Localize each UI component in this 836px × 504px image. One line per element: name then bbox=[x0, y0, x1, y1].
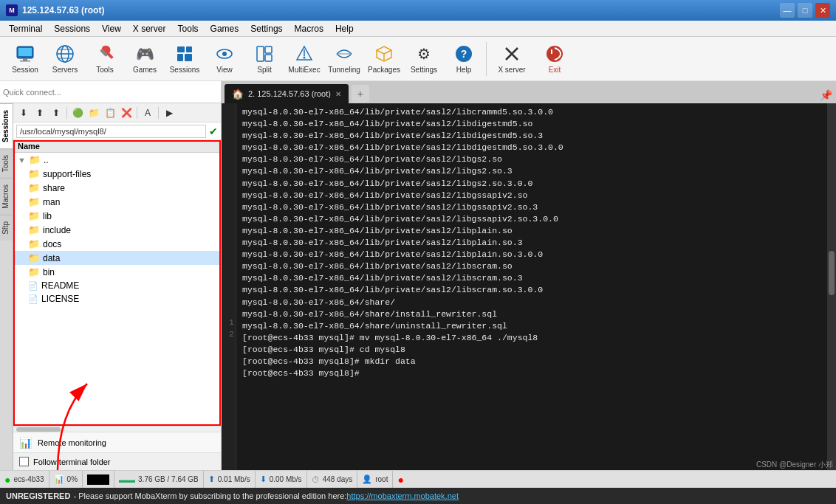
session-button[interactable]: Session bbox=[6, 39, 44, 79]
menu-xserver[interactable]: X server bbox=[127, 22, 172, 35]
folder-icon-bin: 📁 bbox=[28, 266, 40, 277]
tree-item-label: man bbox=[43, 197, 60, 207]
tree-item-label: README bbox=[41, 280, 79, 291]
view-label: View bbox=[216, 66, 233, 74]
fb-parent-btn[interactable]: ⬆ bbox=[49, 106, 64, 120]
games-button[interactable]: 🎮 Games bbox=[126, 39, 164, 79]
line-num-2: 2 bbox=[223, 328, 234, 340]
svg-rect-12 bbox=[177, 54, 183, 61]
tree-item-label-include: include bbox=[43, 225, 71, 235]
folder-icon-docs: 📁 bbox=[28, 238, 40, 249]
tree-item-bin[interactable]: 📁 bin bbox=[13, 265, 221, 279]
view-icon bbox=[214, 44, 235, 64]
fb-sep3 bbox=[158, 107, 159, 119]
multiexec-button[interactable]: MultiExec bbox=[285, 39, 323, 79]
tree-item-man[interactable]: 📁 man bbox=[13, 195, 221, 209]
add-tab-button[interactable]: + bbox=[352, 85, 369, 103]
close-button[interactable]: ✕ bbox=[815, 3, 830, 18]
fb-more-btn[interactable]: ▶ bbox=[162, 106, 177, 120]
vtab-tools[interactable]: Tools bbox=[0, 148, 13, 178]
sessions-button[interactable]: Sessions bbox=[165, 39, 204, 79]
menu-sessions[interactable]: Sessions bbox=[48, 22, 96, 35]
status-server: ● ecs-4b33 bbox=[0, 471, 49, 488]
menu-macros[interactable]: Macros bbox=[289, 22, 329, 35]
tools-icon bbox=[95, 44, 115, 64]
fb-newfolder-btn[interactable]: 📁 bbox=[86, 106, 101, 120]
tunneling-icon bbox=[334, 44, 354, 64]
fb-upload-btn[interactable]: ⬆ bbox=[32, 106, 47, 120]
vtab-sessions[interactable]: Sessions bbox=[0, 103, 13, 148]
tunneling-button[interactable]: Tunneling bbox=[325, 39, 363, 79]
bottom-link[interactable]: https://mobaxterm.mobatek.net bbox=[346, 491, 459, 500]
terminal-scrollbar[interactable] bbox=[827, 103, 836, 470]
fb-copy-btn[interactable]: 📋 bbox=[103, 106, 117, 120]
left-panel: ⬇ ⬆ ⬆ 🟢 📁 📋 ❌ A ▶ ✔ bbox=[13, 103, 222, 470]
rm-icon: 📊 bbox=[19, 437, 32, 449]
multiexec-icon bbox=[294, 44, 315, 64]
terminal-content[interactable]: mysql-8.0.30-el7-x86_64/lib/private/sasl… bbox=[236, 103, 827, 470]
fb-delete-btn[interactable]: ❌ bbox=[119, 106, 134, 120]
menu-view[interactable]: View bbox=[96, 22, 127, 35]
tree-item-readme[interactable]: 📄 README bbox=[13, 279, 221, 292]
terminal-scroll-thumb[interactable] bbox=[829, 251, 835, 295]
menu-terminal[interactable]: Terminal bbox=[3, 22, 48, 35]
settings-button[interactable]: ⚙ Settings bbox=[405, 39, 443, 79]
xserver-label: X server bbox=[498, 66, 525, 74]
tabs-area: 🏠 2. 125.124.57.63 (root) ✕ + 📌 bbox=[222, 81, 836, 103]
exit-button[interactable]: Exit bbox=[535, 39, 574, 79]
terminal-tab[interactable]: 🏠 2. 125.124.57.63 (root) ✕ bbox=[225, 84, 349, 103]
games-icon: 🎮 bbox=[134, 44, 155, 64]
svg-line-23 bbox=[377, 50, 384, 54]
tools-button[interactable]: Tools bbox=[86, 39, 124, 79]
tree-header-label: Name bbox=[18, 142, 40, 151]
view-button[interactable]: View bbox=[205, 39, 244, 79]
tree-item-docs[interactable]: 📁 docs bbox=[13, 237, 221, 251]
path-input[interactable] bbox=[16, 125, 206, 138]
split-button[interactable]: Split bbox=[245, 39, 284, 79]
status-cpu-label: 0% bbox=[67, 475, 78, 483]
packages-button[interactable]: Packages bbox=[365, 39, 403, 79]
fb-download-btn[interactable]: ⬇ bbox=[16, 106, 31, 120]
tab-close-button[interactable]: ✕ bbox=[335, 90, 341, 98]
folder-icon-include: 📁 bbox=[28, 224, 40, 235]
quick-connect-input[interactable] bbox=[3, 88, 218, 97]
app-icon: M bbox=[6, 4, 18, 16]
tree-item-lib[interactable]: 📁 lib bbox=[13, 209, 221, 223]
follow-terminal: Follow terminal folder bbox=[13, 452, 221, 470]
vtab-sftp[interactable]: Sftp bbox=[0, 215, 13, 241]
tree-item-license[interactable]: 📄 LICENSE bbox=[13, 292, 221, 305]
vtab-macros[interactable]: Macros bbox=[0, 178, 13, 215]
maximize-button[interactable]: □ bbox=[798, 3, 812, 18]
packages-icon bbox=[374, 44, 394, 64]
tree-item-data[interactable]: 📁 data bbox=[13, 251, 221, 265]
tree-item-support-files[interactable]: 📁 support-files bbox=[13, 167, 221, 181]
svg-rect-10 bbox=[177, 46, 185, 52]
pin-button[interactable]: 📌 bbox=[818, 88, 833, 103]
disconnect-icon[interactable]: ● bbox=[397, 474, 403, 486]
exit-icon bbox=[544, 44, 565, 64]
menu-help[interactable]: Help bbox=[329, 22, 360, 35]
menu-tools[interactable]: Tools bbox=[172, 22, 205, 35]
minimize-button[interactable]: — bbox=[780, 3, 795, 18]
help-button[interactable]: ? Help bbox=[445, 39, 483, 79]
cpu-icon: 📊 bbox=[54, 474, 64, 484]
menu-games[interactable]: Games bbox=[205, 22, 245, 35]
split-label: Split bbox=[257, 66, 271, 74]
servers-button[interactable]: Servers bbox=[46, 39, 84, 79]
tree-item-include[interactable]: 📁 include bbox=[13, 223, 221, 237]
expand-arrow: ▼ bbox=[18, 156, 26, 165]
fb-newfile-btn[interactable]: 🟢 bbox=[70, 106, 85, 120]
split-icon bbox=[254, 44, 275, 64]
path-ok-icon[interactable]: ✔ bbox=[209, 125, 218, 137]
follow-terminal-checkbox[interactable] bbox=[19, 457, 29, 466]
tree-item-dotdot[interactable]: ▼ 📁 .. bbox=[13, 153, 221, 167]
xserver-button[interactable]: X server bbox=[490, 39, 534, 79]
menu-settings[interactable]: Settings bbox=[244, 22, 288, 35]
follow-terminal-label: Follow terminal folder bbox=[33, 458, 111, 466]
folder-icon-man: 📁 bbox=[28, 196, 40, 207]
line-num-1: 1 bbox=[223, 317, 234, 328]
tree-item-share[interactable]: 📁 share bbox=[13, 181, 221, 195]
server-dot-icon: ● bbox=[4, 474, 10, 486]
fb-rename-btn[interactable]: A bbox=[140, 106, 155, 120]
status-activity bbox=[83, 471, 114, 488]
